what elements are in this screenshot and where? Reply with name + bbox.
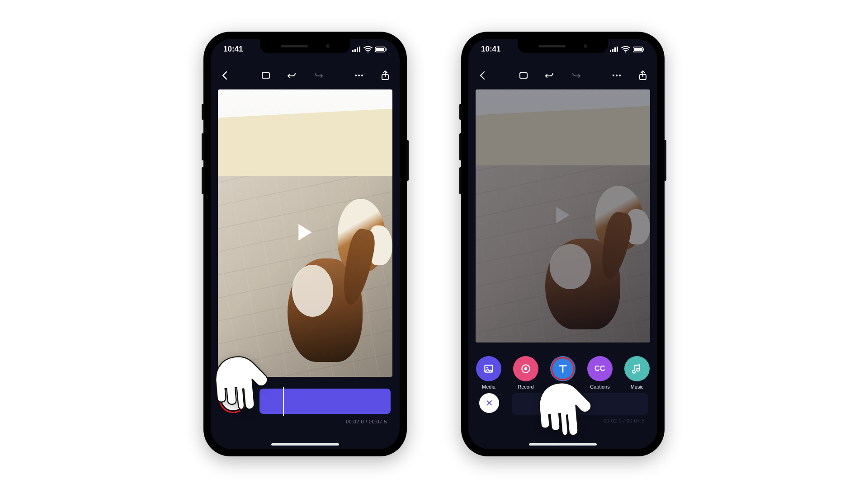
undo-button[interactable]	[543, 69, 556, 82]
redo-icon	[313, 70, 324, 81]
share-icon	[380, 70, 391, 81]
aspect-ratio-button[interactable]	[517, 69, 530, 82]
signal-icon	[352, 47, 361, 52]
status-time: 10:41	[223, 45, 243, 54]
back-button[interactable]	[219, 69, 231, 82]
play-button[interactable]	[295, 222, 315, 244]
back-button[interactable]	[476, 69, 489, 82]
more-icon	[611, 70, 622, 81]
more-icon	[354, 70, 364, 81]
home-indicator[interactable]	[271, 443, 339, 446]
video-preview[interactable]	[476, 89, 650, 343]
app-screen-editor: 10:41	[211, 39, 400, 449]
export-button[interactable]	[379, 69, 392, 82]
app-screen-add-menu: 10:41	[468, 39, 657, 449]
arrow-left-icon	[477, 70, 488, 81]
image-icon	[483, 363, 495, 375]
tutorial-hand-cursor	[211, 349, 269, 417]
editor-toolbar	[468, 64, 657, 87]
battery-icon	[375, 47, 387, 52]
timecode-readout: 00:02.0 / 00:07.5	[346, 419, 387, 425]
more-button[interactable]	[353, 69, 365, 82]
preview-subject-dog	[545, 186, 641, 333]
battery-icon	[633, 47, 645, 52]
redo-button[interactable]	[570, 69, 582, 82]
close-icon: ✕	[486, 398, 493, 408]
aspect-ratio-button[interactable]	[259, 69, 272, 82]
tutorial-hand-cursor	[534, 371, 593, 447]
phone-mockup-left: 10:41	[203, 32, 407, 456]
record-icon	[520, 363, 532, 375]
status-time: 10:41	[481, 45, 500, 54]
timecode-readout: 00:02.0 / 00:07.5	[604, 418, 645, 424]
signal-icon	[610, 47, 618, 52]
timeline-track[interactable]	[259, 389, 391, 414]
menu-item-music[interactable]: Music	[622, 356, 652, 389]
play-icon	[295, 222, 315, 242]
phone-mockup-right: 10:41	[461, 32, 665, 456]
menu-item-media[interactable]: Media	[473, 356, 504, 389]
editor-toolbar	[211, 64, 400, 87]
play-icon	[553, 205, 573, 225]
undo-icon	[287, 70, 297, 81]
wifi-icon	[621, 46, 630, 53]
wifi-icon	[363, 46, 373, 53]
music-icon	[631, 363, 643, 375]
timeline-playhead[interactable]	[283, 387, 284, 416]
cc-icon: CC	[594, 365, 605, 373]
video-preview[interactable]	[218, 89, 392, 377]
undo-icon	[544, 70, 555, 81]
close-menu-button[interactable]: ✕	[479, 393, 499, 413]
export-button[interactable]	[637, 69, 649, 82]
redo-button[interactable]	[312, 69, 325, 82]
arrow-left-icon	[220, 70, 231, 81]
share-icon	[637, 70, 648, 81]
aspect-ratio-icon	[518, 70, 529, 81]
more-button[interactable]	[610, 69, 623, 82]
undo-button[interactable]	[286, 69, 298, 82]
play-button[interactable]	[553, 205, 573, 227]
redo-icon	[571, 70, 581, 81]
aspect-ratio-icon	[260, 70, 271, 81]
